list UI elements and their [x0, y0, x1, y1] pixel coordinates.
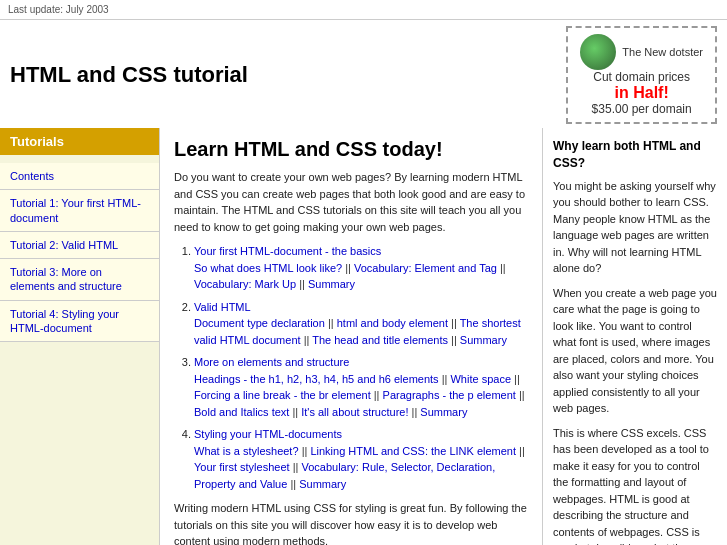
sidebar-heading: Tutorials	[0, 128, 159, 155]
sidebar-item-tutorial2[interactable]: Tutorial 2: Valid HTML	[0, 232, 159, 259]
link-headings[interactable]: Headings - the h1, h2, h3, h4, h5 and h6…	[194, 373, 439, 385]
tutorial4-link[interactable]: Styling your HTML-documents	[194, 428, 342, 440]
sidebar-item-tutorial1[interactable]: Tutorial 1: Your first HTML-document	[0, 190, 159, 232]
link-whitespace[interactable]: White space	[450, 373, 511, 385]
content-closing: Writing modern HTML using CSS for stylin…	[174, 500, 528, 545]
link-vocab-element[interactable]: Vocabulary: Element and Tag	[354, 262, 497, 274]
link-bold[interactable]: Bold and Italics text	[194, 406, 289, 418]
link-vocab-markup[interactable]: Vocabulary: Mark Up	[194, 278, 296, 290]
banner-bottom: $35.00 per domain	[580, 102, 703, 116]
link-linking-css[interactable]: Linking HTML and CSS: the LINK element	[310, 445, 516, 457]
content-heading: Learn HTML and CSS today!	[174, 138, 528, 161]
sidebar-item-tutorial3[interactable]: Tutorial 3: More on elements and structu…	[0, 259, 159, 301]
tutorial3-link[interactable]: More on elements and structure	[194, 356, 349, 368]
tutorial1-link[interactable]: Your first HTML-document - the basics	[194, 245, 381, 257]
banner-price: in Half!	[580, 84, 703, 102]
link-summary3[interactable]: Summary	[420, 406, 467, 418]
right-panel-heading: Why learn both HTML and CSS?	[553, 138, 717, 172]
banner-logo-icon	[580, 34, 616, 70]
sidebar-item-tutorial4[interactable]: Tutorial 4: Styling your HTML-document	[0, 301, 159, 343]
link-structure[interactable]: It's all about structure!	[301, 406, 408, 418]
link-summary2[interactable]: Summary	[460, 334, 507, 346]
banner: The New dotster Cut domain prices in Hal…	[566, 26, 717, 124]
sidebar-item-contents[interactable]: Contents	[0, 163, 159, 190]
link-summary1[interactable]: Summary	[308, 278, 355, 290]
link-doctype[interactable]: Document type declaration	[194, 317, 325, 329]
banner-logo-text: The New dotster	[622, 46, 703, 58]
link-paragraphs[interactable]: Paragraphs - the p element	[383, 389, 516, 401]
list-item: Your first HTML-document - the basics So…	[194, 243, 528, 293]
content-intro: Do you want to create your own web pages…	[174, 169, 528, 235]
link-br[interactable]: Forcing a line break - the br element	[194, 389, 371, 401]
link-stylesheet[interactable]: What is a stylesheet?	[194, 445, 299, 457]
link-summary4[interactable]: Summary	[299, 478, 346, 490]
link-html-look[interactable]: So what does HTML look like?	[194, 262, 342, 274]
list-item: More on elements and structure Headings …	[194, 354, 528, 420]
banner-top: Cut domain prices	[580, 70, 703, 84]
right-panel-para2: When you create a web page you care what…	[553, 285, 717, 417]
tutorial-list: Your first HTML-document - the basics So…	[194, 243, 528, 492]
link-html-body[interactable]: html and body element	[337, 317, 448, 329]
link-head-title[interactable]: The head and title elements	[312, 334, 448, 346]
right-panel-para3: This is where CSS excels. CSS has been d…	[553, 425, 717, 545]
tutorial2-link[interactable]: Valid HTML	[194, 301, 251, 313]
right-panel-para1: You might be asking yourself why you sho…	[553, 178, 717, 277]
list-item: Styling your HTML-documents What is a st…	[194, 426, 528, 492]
last-update: Last update: July 2003	[8, 4, 109, 15]
page-title: HTML and CSS tutorial	[10, 62, 248, 88]
link-first-stylesheet[interactable]: Your first stylesheet	[194, 461, 290, 473]
list-item: Valid HTML Document type declaration || …	[194, 299, 528, 349]
